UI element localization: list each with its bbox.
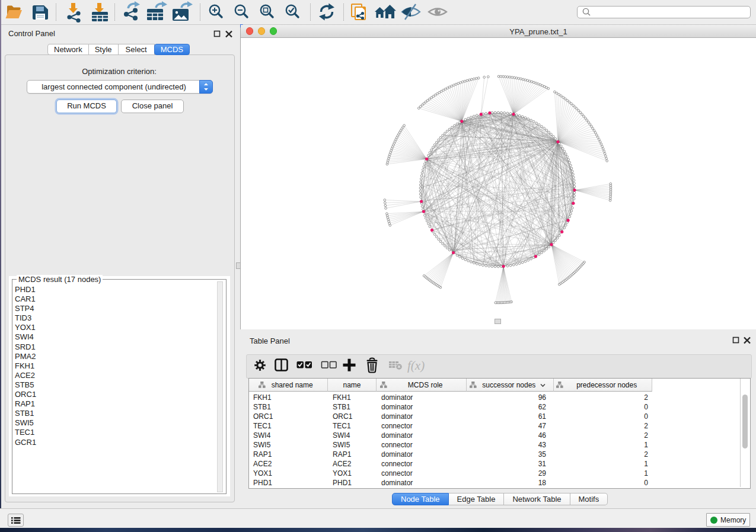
svg-text:f(x): f(x) (407, 358, 425, 373)
